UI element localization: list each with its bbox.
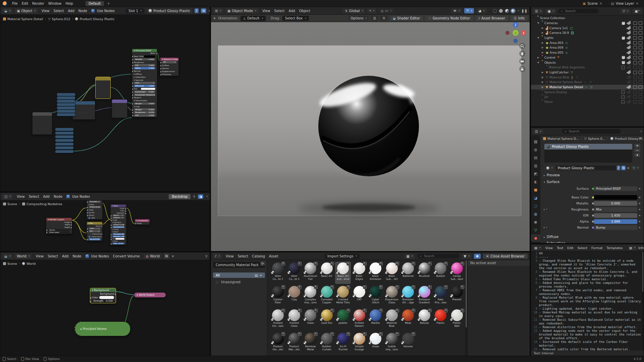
catalog-add-icon[interactable]: + — [260, 274, 262, 277]
viewport-3d[interactable]: Z X -Y ⊞▾ ▣Object Mode▾ ViewSelectAddObj… — [211, 7, 530, 251]
editor-type-viewport-icon[interactable]: ⊞▾ — [213, 8, 223, 13]
node-collapsed[interactable] — [57, 106, 75, 110]
breadcrumb-item[interactable]: Compositing Nodetree — [22, 202, 62, 206]
hide-render-toggle-icon[interactable] — [639, 46, 642, 49]
collection-exclude-checkbox[interactable] — [622, 37, 625, 40]
selectability-toggle-icon[interactable] — [626, 55, 632, 60]
diffuse-panel-header[interactable]: ▸Diffuse — [544, 235, 644, 239]
editor-type-outliner-icon[interactable]: ☰▾ — [533, 9, 543, 14]
menu-view[interactable]: View — [34, 254, 45, 258]
selectability-toggle-icon[interactable] — [626, 70, 632, 75]
asset-item-alien-cote1[interactable]: ✎AlienCo...te 1 — [270, 262, 286, 284]
expand-icon[interactable]: ▶ — [542, 51, 546, 54]
menu-window[interactable]: Window — [47, 1, 63, 6]
animate-dot-icon[interactable] — [639, 215, 640, 216]
menu-view[interactable]: View — [40, 9, 51, 13]
outliner-search[interactable]: ⌕ — [558, 9, 599, 13]
properties-tab-particles-icon[interactable]: ◌ — [532, 203, 540, 209]
animate-dot-icon[interactable] — [639, 221, 640, 222]
collection-exclude-checkbox[interactable] — [621, 66, 625, 69]
property-value-normal[interactable]: Bump — [594, 225, 637, 230]
properties-tab-scene-icon[interactable]: ◩ — [532, 171, 540, 177]
hide-viewport-toggle-icon[interactable] — [633, 36, 637, 40]
properties-tab-render-icon[interactable]: ◍ — [532, 146, 540, 153]
selectability-toggle-icon[interactable] — [626, 45, 632, 50]
shading-material-icon[interactable] — [505, 9, 509, 13]
open-shader-editor-button[interactable]: ◒Shader Editor — [390, 16, 423, 21]
asset-item-basicao-andlend[interactable]: ✎Basic AOand...lend — [335, 262, 351, 284]
asset-item-subtle-impions[interactable]: ✎SubtleImp...ions — [384, 332, 400, 354]
move-tool-icon[interactable]: ✛ — [213, 16, 216, 20]
node-collapsed[interactable] — [57, 110, 75, 113]
selectability-toggle-icon[interactable] — [626, 95, 632, 100]
node-small[interactable] — [95, 77, 111, 99]
surface-panel-header[interactable]: ▾Surface — [544, 180, 559, 184]
asset-item-cyber-glitch[interactable]: ✎CyberGlitch — [368, 285, 383, 307]
outliner-item-material-sphere-detail[interactable]: ▶▼Material Sphere Detail⌁▽ — [531, 85, 644, 90]
node-collapsed[interactable] — [55, 139, 74, 142]
object-visibility-dropdown[interactable]: 👁▾ — [451, 8, 462, 13]
filter-dropdown[interactable]: ▼▾ — [462, 254, 472, 259]
asset-item-candy-subface[interactable]: ✎CandySub...face — [449, 262, 465, 284]
hide-render-toggle-icon[interactable] — [639, 36, 642, 40]
properties-tab-output-icon[interactable]: ▤ — [532, 155, 540, 161]
properties-tab-view-layer-icon[interactable]: ▥ — [532, 163, 540, 169]
asset-item-snow[interactable]: ✎Snow — [368, 332, 383, 354]
hide-viewport-toggle-icon[interactable] — [633, 71, 637, 74]
editor-type-info-icon[interactable]: ▤▾ — [628, 246, 637, 250]
hide-render-toggle-icon[interactable] — [639, 85, 642, 89]
asset-item-basic-subao[interactable]: ✎BasicSub... AO — [384, 262, 400, 284]
slot-dropdown[interactable]: Slot 1▾ — [126, 8, 144, 13]
asset-search-input[interactable] — [423, 254, 455, 258]
selectability-toggle-icon[interactable] — [626, 50, 632, 55]
collection-exclude-checkbox[interactable] — [621, 95, 625, 99]
menu-asset[interactable]: Asset — [267, 254, 280, 258]
gizmos-dropdown[interactable]: ⤧▾ — [464, 8, 474, 13]
collection-exclude-checkbox[interactable] — [622, 56, 625, 59]
hide-render-toggle-icon[interactable] — [639, 100, 642, 104]
asset-item-clay[interactable]: ✎Clay — [286, 285, 302, 307]
menu-select[interactable]: Select — [52, 9, 66, 13]
lock-view-icon[interactable] — [519, 66, 525, 72]
node-collapsed[interactable] — [55, 150, 74, 153]
hide-viewport-toggle-icon[interactable] — [633, 95, 637, 99]
menu-select[interactable]: Select — [46, 254, 60, 258]
base-color-swatch[interactable] — [594, 195, 637, 200]
open-info-button[interactable]: 🛈Info — [511, 16, 528, 21]
asset-item-bubble[interactable]: ✎Bubble — [433, 262, 448, 284]
asset-item-carbon-fiber[interactable]: ✎CarbonFiber — [270, 285, 286, 307]
selectability-toggle-icon[interactable] — [626, 60, 632, 65]
display-mode-dropdown[interactable]: ▦▾ — [405, 254, 415, 259]
hide-render-toggle-icon[interactable] — [639, 26, 642, 30]
use-nodes-checkbox[interactable] — [91, 9, 95, 12]
collection-exclude-checkbox[interactable] — [621, 90, 625, 94]
orientation-dropdown[interactable]: ⟂Default▾ — [240, 16, 266, 21]
slot-specials-dropdown[interactable]: ▾ — [634, 153, 640, 157]
browse-material-icon[interactable]: ▾ — [544, 165, 555, 171]
editor-type-compositor-icon[interactable]: ◫▾ — [2, 194, 13, 199]
properties-tab-modifiers-icon[interactable]: ◪ — [532, 195, 540, 201]
scene-unlink-icon[interactable]: ✕ — [599, 2, 602, 5]
asset-item-material-blob[interactable]: ✎MaterialBlob — [384, 309, 400, 331]
outliner-search-input[interactable] — [565, 9, 596, 13]
asset-item-plastic[interactable]: ✎Plastic — [433, 309, 448, 331]
asset-item-fresnel[interactable]: ✎Fresnel — [449, 285, 465, 307]
workspace-tab-default[interactable]: Default — [86, 1, 104, 6]
node-collapsed[interactable] — [57, 100, 75, 103]
convert-volume-menu[interactable]: Convert Volume — [111, 254, 142, 258]
node-principled-bsdf[interactable]: ▾ Principled BSDFBSDFBase ColorMetallic0… — [132, 49, 157, 117]
hide-viewport-toggle-icon[interactable] — [633, 26, 637, 30]
hide-render-toggle-icon[interactable] — [639, 80, 642, 84]
hide-viewport-toggle-icon[interactable] — [633, 21, 637, 25]
node-principled-volume[interactable]: ▸ Principled Volume — [75, 321, 130, 336]
hide-render-toggle-icon[interactable] — [639, 95, 642, 99]
menu-add[interactable]: Add — [66, 9, 76, 13]
hide-render-toggle-icon[interactable] — [639, 90, 642, 94]
expand-icon[interactable]: ▼ — [537, 22, 541, 24]
outliner-display-mode-icon[interactable]: ▣▾ — [545, 9, 556, 14]
mode-dropdown[interactable]: ▣Object Mode▾ — [225, 8, 258, 13]
asset-item-glass[interactable]: ✎Glass — [303, 309, 318, 331]
node-small[interactable] — [72, 101, 95, 120]
outliner-item-material-blob-segments[interactable]: Material Blob Segments — [531, 65, 644, 70]
material-copies-icon[interactable]: ⧉ — [621, 166, 626, 170]
